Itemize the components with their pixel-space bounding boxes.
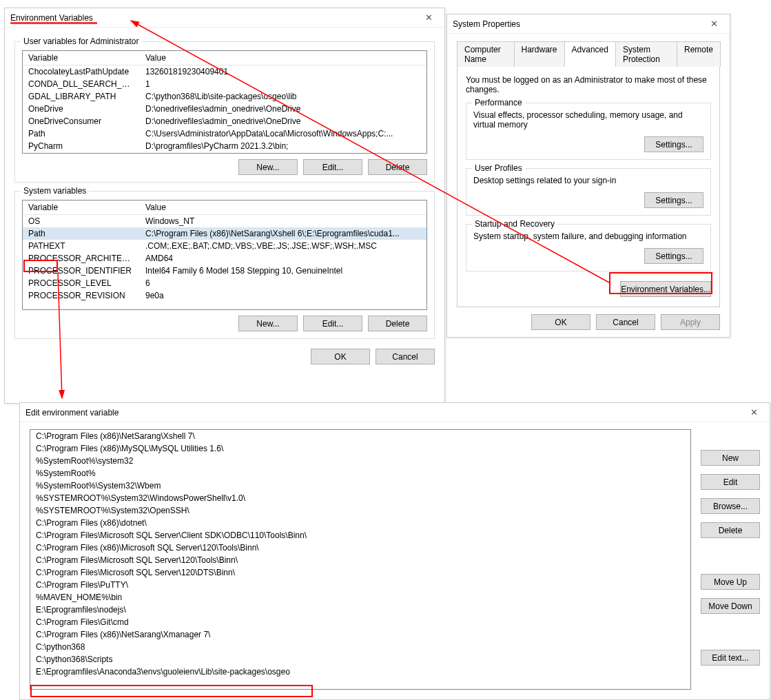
val-cell: D:\onedrivefiles\admin_onedrive\OneDrive [140,103,426,115]
env-cancel-button[interactable]: Cancel [376,349,435,364]
var-cell: PyCharm [23,140,140,152]
user-edit-button[interactable]: Edit... [303,159,362,175]
path-list[interactable]: C:\Program Files (x86)\NetSarang\Xshell … [30,429,691,690]
path-browse-button[interactable]: Browse... [701,498,760,514]
table-row[interactable]: PATHEXT.COM;.EXE;.BAT;.CMD;.VBS;.VBE;.JS… [23,240,426,252]
path-moveup-button[interactable]: Move Up [701,574,760,590]
env-ok-button[interactable]: OK [311,349,370,364]
list-item[interactable]: E:\Eprogramfiles\Anaconda3\envs\guoleien… [30,666,690,678]
startup-settings-button[interactable]: Settings... [644,248,703,264]
startup-legend: Startup and Recovery [472,219,557,229]
table-row[interactable]: OneDriveConsumerD:\onedrivefiles\admin_o… [23,115,426,127]
var-cell: ChocolateyLastPathUpdate [23,65,140,79]
list-item[interactable]: %SYSTEMROOT%\System32\OpenSSH\ [30,504,690,517]
userprofiles-text: Desktop settings related to your sign-in [473,176,703,185]
close-icon[interactable]: ✕ [703,19,724,29]
system-delete-button[interactable]: Delete [368,316,427,331]
table-row[interactable]: PROCESSOR_ARCHITECTUREAMD64 [23,252,426,265]
list-item[interactable]: %SYSTEMROOT%\System32\WindowsPowerShell\… [30,492,690,504]
user-variables-list[interactable]: Variable Value ChocolateyLastPathUpdate1… [22,50,427,154]
table-row[interactable]: PyCharmD:\programfiles\PyCharm 2021.3.2\… [23,140,426,152]
col-value[interactable]: Value [140,51,426,65]
path-delete-button[interactable]: Delete [701,522,760,538]
system-variables-list[interactable]: Variable Value OSWindows_NTPathC:\Progra… [22,200,427,310]
table-row[interactable]: PROCESSOR_IDENTIFIERIntel64 Family 6 Mod… [23,265,426,277]
table-row[interactable]: GDAL_LIBRARY_PATHC:\python368\Lib\site-p… [23,90,426,103]
list-item[interactable]: C:\Program Files (x86)\NetSarang\Xmanage… [30,628,690,641]
val-cell: D:\programfiles\PyCharm 2021.3.2\bin; [140,140,426,152]
path-movedown-button[interactable]: Move Down [701,598,760,614]
performance-settings-button[interactable]: Settings... [644,136,703,152]
col-variable[interactable]: Variable [23,51,140,65]
system-variables-legend: System variables [21,186,89,196]
table-row[interactable]: CONDA_DLL_SEARCH_MOD...1 [23,78,426,90]
list-item[interactable]: %SystemRoot% [30,467,690,480]
list-item[interactable]: C:\Program Files (x86)\dotnet\ [30,517,690,529]
table-row[interactable]: ChocolateyLastPathUpdate1326018192304094… [23,65,426,79]
tab-computer-name[interactable]: Computer Name [457,41,515,67]
var-cell: OS [23,215,140,228]
val-cell: D:\onedrivefiles\admin_onedrive\OneDrive [140,115,426,127]
table-row[interactable]: OneDriveD:\onedrivefiles\admin_onedrive\… [23,103,426,115]
list-item[interactable]: E:\Eprogramfiles\nodejs\ [30,604,690,616]
sysprops-cancel-button[interactable]: Cancel [596,314,655,330]
system-new-button[interactable]: New... [238,316,298,331]
userprofiles-legend: User Profiles [472,163,525,173]
tab-hardware[interactable]: Hardware [514,41,565,67]
val-cell: 132601819230409401 [140,65,426,79]
var-cell: Path [23,127,140,140]
sysprops-titlebar: System Properties ✕ [447,14,730,34]
sysprops-apply-button[interactable]: Apply [661,314,720,330]
userprofiles-group: User Profiles Desktop settings related t… [466,168,711,216]
user-variables-legend: User variables for Administrator [21,37,141,46]
col-value[interactable]: Value [140,200,426,215]
table-row[interactable]: OSWindows_NT [23,215,426,228]
path-edit-button[interactable]: Edit [701,474,760,490]
path-edittext-button[interactable]: Edit text... [701,650,760,666]
sysprops-ok-button[interactable]: OK [531,314,590,330]
var-cell: PROCESSOR_LEVEL [23,277,140,289]
tab-system-protection[interactable]: System Protection [615,41,677,67]
list-item[interactable]: C:\Program Files (x86)\Microsoft SQL Ser… [30,542,690,554]
var-cell: OneDrive [23,103,140,115]
val-cell: C:\Users\Administrator\AppData\Local\Mic… [140,127,426,140]
list-item[interactable]: C:\Program Files\Microsoft SQL Server\Cl… [30,529,690,542]
path-new-button[interactable]: New [701,450,760,466]
tab-remote[interactable]: Remote [677,41,721,67]
list-item[interactable]: C:\python368 [30,641,690,653]
close-icon[interactable]: ✕ [743,407,764,418]
list-item[interactable]: %SystemRoot%\system32 [30,455,690,467]
var-cell: PROCESSOR_IDENTIFIER [23,265,140,277]
table-row[interactable]: PROCESSOR_REVISION9e0a [23,289,426,302]
list-item[interactable]: %SystemRoot%\System32\Wbem [30,480,690,492]
user-delete-button[interactable]: Delete [368,159,427,175]
list-item[interactable]: C:\Program Files\PuTTY\ [30,579,690,591]
table-row[interactable]: PROCESSOR_LEVEL6 [23,277,426,289]
list-item[interactable]: C:\python368\Scripts [30,653,690,666]
var-cell: GDAL_LIBRARY_PATH [23,90,140,103]
list-item[interactable]: %MAVEN_HOME%\bin [30,591,690,604]
val-cell: C:\python368\Lib\site-packages\osgeo\lib [140,90,426,103]
startup-group: Startup and Recovery System startup, sys… [466,224,711,271]
sysprops-tabs: Computer NameHardwareAdvancedSystem Prot… [457,41,720,67]
list-item[interactable]: C:\Program Files (x86)\NetSarang\Xshell … [30,430,690,442]
close-icon[interactable]: ✕ [418,12,439,23]
tab-advanced[interactable]: Advanced [564,41,616,67]
system-edit-button[interactable]: Edit... [303,316,362,331]
table-row[interactable]: PathC:\Program Files (x86)\NetSarang\Xsh… [23,227,426,240]
list-item[interactable]: C:\Program Files\Microsoft SQL Server\12… [30,554,690,566]
list-item[interactable]: C:\Program Files (x86)\MySQL\MySQL Utili… [30,442,690,455]
list-item[interactable]: C:\Program Files\Git\cmd [30,616,690,628]
userprofiles-settings-button[interactable]: Settings... [644,192,703,208]
user-new-button[interactable]: New... [238,159,298,175]
table-row[interactable]: PathC:\Users\Administrator\AppData\Local… [23,127,426,140]
list-item[interactable]: C:\Program Files\Microsoft SQL Server\12… [30,566,690,579]
col-variable[interactable]: Variable [23,200,140,215]
edit-env-variable-dialog: Edit environment variable ✕ C:\Program F… [19,402,770,700]
user-variables-group: User variables for Administrator Variabl… [14,41,435,183]
val-cell: Windows_NT [140,215,426,228]
var-cell: PROCESSOR_ARCHITECTURE [23,252,140,265]
environment-variables-button[interactable]: Environment Variables... [620,281,711,297]
val-cell: .COM;.EXE;.BAT;.CMD;.VBS;.VBE;.JS;.JSE;.… [140,240,426,252]
val-cell: 1 [140,78,426,90]
